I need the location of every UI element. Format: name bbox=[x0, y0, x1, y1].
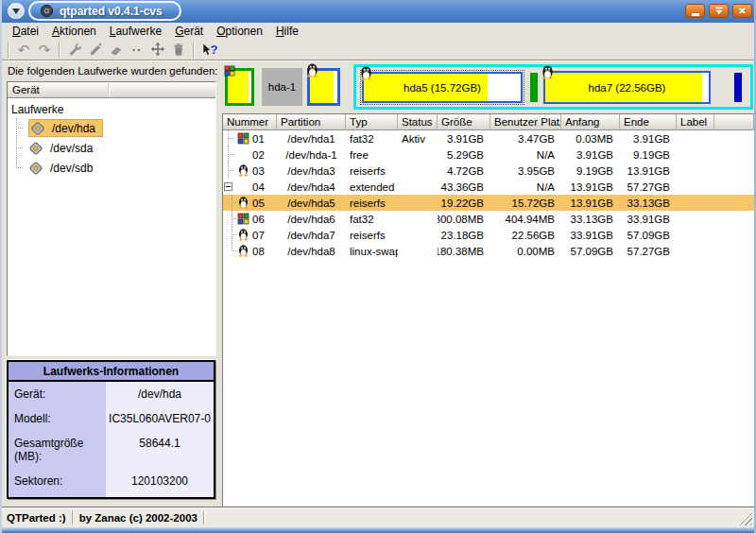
menu-geraet[interactable]: Gerät bbox=[168, 24, 210, 39]
partition-box-hda1[interactable] bbox=[225, 68, 254, 106]
resize-button[interactable]: ·· bbox=[127, 40, 147, 59]
cell-typ: extended bbox=[346, 179, 398, 195]
partition-box-free[interactable]: hda-1 bbox=[262, 68, 302, 106]
table-row-free[interactable]: 02 /dev/hda-1 free 5.29GB N/A 3.91GB 9.1… bbox=[223, 146, 754, 163]
tux-icon bbox=[237, 245, 249, 257]
column-header-ende[interactable]: Ende bbox=[620, 114, 677, 130]
cell-ende: 33.91GB bbox=[620, 211, 677, 227]
table-row-hda1[interactable]: 01 /dev/hda1 fat32 Aktiv 3.91GB 3.47GB 0… bbox=[223, 130, 754, 146]
info-row: Status: beschäftigt. bbox=[9, 493, 214, 499]
properties-button[interactable] bbox=[64, 40, 85, 59]
statusbar-divider bbox=[72, 511, 74, 524]
column-header-partition[interactable]: Partition bbox=[277, 114, 346, 130]
tree-root-item[interactable]: Laufwerke bbox=[8, 101, 215, 118]
info-value: 58644.1 bbox=[106, 431, 214, 469]
partition-box-hda3[interactable] bbox=[307, 68, 340, 106]
redo-button[interactable]: ↷ bbox=[34, 40, 55, 59]
cell-ende: 57.09GB bbox=[620, 227, 677, 243]
tree-column-header[interactable]: Gerät bbox=[8, 82, 215, 98]
menu-laufwerke[interactable]: Laufwerke bbox=[103, 24, 168, 39]
app-icon bbox=[40, 4, 54, 18]
table-row-hda7[interactable]: 07 /dev/hda7 reiserfs 23.18GB 22.56GB 33… bbox=[223, 227, 754, 243]
menu-hilfe[interactable]: Hilfe bbox=[269, 24, 305, 39]
cell-label bbox=[677, 211, 714, 227]
menu-optionen[interactable]: Optionen bbox=[210, 24, 269, 39]
table-row-hda8[interactable]: 08 /dev/hda8 linux-swap 180.38MB 0.00MB … bbox=[223, 243, 754, 259]
cell-groesse: 800.08MB bbox=[438, 211, 490, 227]
table-row-hda3[interactable]: 03 /dev/hda3 reiserfs 4.72GB 3.95GB 9.19… bbox=[223, 163, 754, 179]
windows-icon bbox=[237, 213, 249, 225]
erase-button[interactable] bbox=[106, 40, 127, 59]
resize-dots-icon: ·· bbox=[132, 43, 143, 57]
column-header-benutzer-platz[interactable]: Benutzer Platz bbox=[490, 114, 561, 130]
window-border bbox=[0, 527, 756, 533]
cell-partition: /dev/hda5 bbox=[277, 195, 346, 211]
partition-box-hda8[interactable] bbox=[734, 73, 742, 102]
close-icon: ✕ bbox=[738, 7, 746, 16]
menu-aktionen[interactable]: Aktionen bbox=[45, 24, 103, 39]
titlebar[interactable]: qtparted v0.4.1-cvs ✕ bbox=[0, 0, 756, 23]
column-header-anfang[interactable]: Anfang bbox=[561, 114, 620, 130]
cell-typ: fat32 bbox=[346, 211, 398, 227]
cell-typ: reiserfs bbox=[346, 195, 398, 211]
move-button[interactable] bbox=[147, 40, 168, 59]
minimize-button[interactable] bbox=[685, 4, 705, 18]
delete-button[interactable] bbox=[168, 40, 189, 59]
tree-item-dev-sdb[interactable]: /dev/sdb bbox=[8, 158, 215, 178]
cell-benutzer-platz: 3.47GB bbox=[490, 130, 561, 146]
partition-table: Nummer Partition Typ Status Größe Benutz… bbox=[222, 113, 755, 507]
found-drives-label: Die folgenden Laufwerke wurden gefunden: bbox=[8, 65, 218, 77]
info-value: /dev/hda bbox=[106, 382, 214, 406]
statusbar: QTParted :) by Zanac (c) 2002-2003 bbox=[2, 507, 754, 527]
menu-datei[interactable]: Datei bbox=[6, 24, 45, 39]
column-header-typ[interactable]: Typ bbox=[346, 114, 398, 130]
move-cross-icon bbox=[150, 42, 165, 57]
cell-anfang: 33.91GB bbox=[561, 227, 620, 243]
tree-item-dev-sda[interactable]: /dev/sda bbox=[8, 138, 215, 158]
toolbar-separator bbox=[59, 42, 60, 58]
cell-label bbox=[677, 227, 714, 243]
table-row-hda4[interactable]: 04 /dev/hda4 extended 43.36GB N/A 13.91G… bbox=[223, 179, 754, 195]
partition-box-hda7[interactable]: hda7 (22.56GB) bbox=[543, 71, 711, 104]
column-divider[interactable] bbox=[108, 83, 110, 96]
resize-grip[interactable] bbox=[739, 512, 752, 525]
column-header-groesse[interactable]: Größe bbox=[438, 114, 490, 130]
cell-nummer: 02 bbox=[223, 146, 277, 163]
collapse-expander-icon[interactable] bbox=[224, 182, 232, 191]
undo-button[interactable]: ↶ bbox=[13, 40, 34, 59]
tree-header-label: Gerät bbox=[12, 84, 40, 95]
table-row-hda6[interactable]: 06 /dev/hda6 fat32 800.08MB 404.94MB 33.… bbox=[223, 211, 754, 227]
cell-anfang: 33.13GB bbox=[561, 211, 620, 227]
device-label: /dev/sda bbox=[46, 141, 96, 156]
info-value: IC35L060AVER07-0 bbox=[106, 406, 214, 431]
chevron-down-icon bbox=[12, 9, 20, 14]
cell-nummer: 07 bbox=[223, 227, 277, 243]
window-menu-button[interactable] bbox=[8, 3, 25, 19]
tree-item-dev-hda[interactable]: /dev/hda bbox=[8, 118, 215, 138]
tux-icon bbox=[237, 197, 249, 209]
column-header-label[interactable]: Label bbox=[677, 114, 714, 130]
cell-groesse: 23.18GB bbox=[438, 227, 490, 243]
whats-this-button[interactable]: ? bbox=[198, 40, 219, 59]
tux-icon bbox=[541, 65, 554, 79]
cell-anfang: 3.91GB bbox=[561, 146, 620, 163]
cell-partition: /dev/hda1 bbox=[277, 130, 346, 146]
cell-label bbox=[677, 179, 714, 195]
partition-box-hda6[interactable] bbox=[530, 73, 538, 102]
windows-icon bbox=[224, 65, 235, 77]
maximize-button[interactable] bbox=[709, 4, 729, 18]
column-header-nummer[interactable]: Nummer bbox=[223, 114, 277, 130]
table-row-hda5[interactable]: 05 /dev/hda5 reiserfs 19.22GB 15.72GB 13… bbox=[223, 195, 754, 211]
column-header-status[interactable]: Status bbox=[398, 114, 438, 130]
cell-nummer: 05 bbox=[223, 195, 277, 211]
info-label: Sektoren: bbox=[9, 469, 106, 493]
format-button[interactable] bbox=[85, 40, 106, 59]
trash-icon bbox=[171, 42, 186, 57]
partition-box-hda5[interactable]: hda5 (15.72GB) bbox=[362, 72, 523, 103]
partition-bar: hda-1 hda5 (15.72GB) hda7 (22.56GB) bbox=[222, 62, 755, 112]
harddisk-icon bbox=[30, 121, 45, 136]
cell-ende: 33.13GB bbox=[620, 195, 677, 211]
close-button[interactable]: ✕ bbox=[732, 4, 752, 18]
drive-info-panel: Laufwerks-Informationen Gerät: /dev/hda … bbox=[7, 360, 215, 499]
cell-benutzer-platz: 404.94MB bbox=[490, 211, 561, 227]
